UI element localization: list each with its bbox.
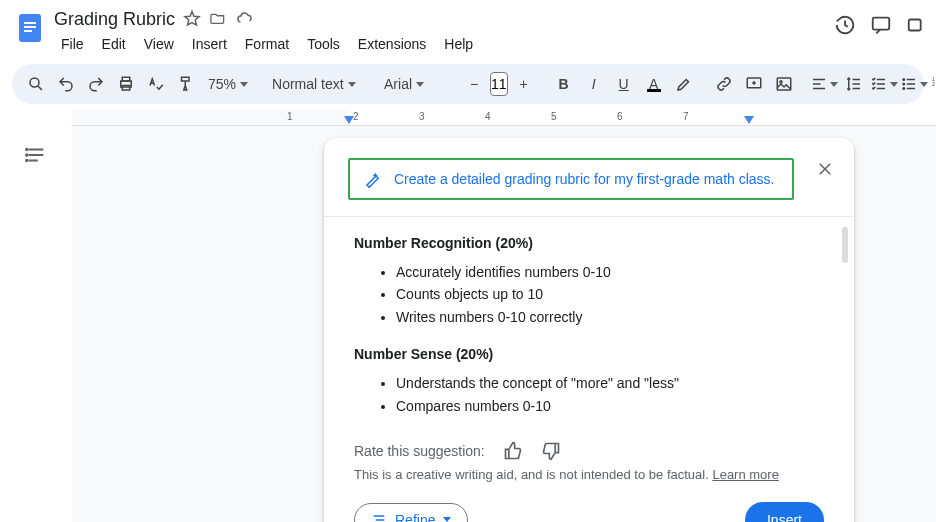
svg-rect-1 <box>24 22 36 24</box>
link-icon[interactable] <box>710 70 738 98</box>
menu-file[interactable]: File <box>54 32 91 56</box>
close-icon[interactable] <box>816 160 834 178</box>
document-canvas[interactable]: Create a detailed grading rubric for my … <box>72 126 936 522</box>
svg-point-6 <box>30 78 39 87</box>
svg-point-20 <box>26 160 28 162</box>
action-row: Refine Insert <box>324 498 854 522</box>
section-heading: Number Recognition (20%) <box>354 235 824 251</box>
align-icon[interactable] <box>810 70 838 98</box>
svg-rect-2 <box>24 26 36 28</box>
document-title[interactable]: Grading Rubric <box>54 9 175 30</box>
highlight-icon[interactable] <box>670 70 698 98</box>
cloud-status-icon[interactable] <box>235 10 255 28</box>
history-icon[interactable] <box>834 14 856 36</box>
bullet-list-icon[interactable] <box>900 70 928 98</box>
section-heading: Number Sense (20%) <box>354 346 824 362</box>
header-actions <box>834 14 928 36</box>
menu-view[interactable]: View <box>137 32 181 56</box>
svg-rect-3 <box>24 30 32 32</box>
font-size-input[interactable]: 11 <box>490 72 508 96</box>
svg-point-14 <box>903 83 905 85</box>
print-icon[interactable] <box>112 70 140 98</box>
svg-point-12 <box>779 81 781 83</box>
font-dropdown[interactable]: Arial <box>378 70 448 98</box>
svg-point-13 <box>903 79 905 81</box>
svg-rect-4 <box>873 18 890 30</box>
list-item: Accurately identifies numbers 0-10 <box>396 261 824 283</box>
text-color-icon[interactable]: A <box>640 70 668 98</box>
title-area: Grading Rubric File Edit View Insert For… <box>54 8 834 56</box>
checklist-icon[interactable] <box>870 70 898 98</box>
prompt-highlight-box: Create a detailed grading rubric for my … <box>348 158 794 200</box>
move-icon[interactable] <box>209 10 227 28</box>
ruler-area: 1 2 3 4 5 6 7 <box>0 110 936 126</box>
font-size-increase[interactable]: + <box>510 70 538 98</box>
svg-point-19 <box>26 154 28 156</box>
star-icon[interactable] <box>183 10 201 28</box>
svg-rect-8 <box>122 77 130 81</box>
spellcheck-icon[interactable] <box>142 70 170 98</box>
disclaimer-text: This is a creative writing aid, and is n… <box>324 467 854 498</box>
underline-icon[interactable]: U <box>610 70 638 98</box>
font-size-decrease[interactable]: − <box>460 70 488 98</box>
menu-extensions[interactable]: Extensions <box>351 32 433 56</box>
line-spacing-icon[interactable] <box>840 70 868 98</box>
svg-text:2: 2 <box>932 82 935 87</box>
ai-suggestion-panel: Create a detailed grading rubric for my … <box>324 138 854 522</box>
undo-icon[interactable] <box>52 70 80 98</box>
style-dropdown[interactable]: Normal text <box>266 70 366 98</box>
numbered-list-icon[interactable]: 12 <box>930 70 936 98</box>
list-item: Counts objects up to 10 <box>396 283 824 305</box>
thumbs-up-icon[interactable] <box>503 441 523 461</box>
learn-more-link[interactable]: Learn more <box>712 467 778 482</box>
toolbar: 75% Normal text Arial − 11 + B I U A 12 <box>12 64 924 104</box>
magic-write-icon <box>364 170 382 188</box>
list-item: Writes numbers 0-10 correctly <box>396 306 824 328</box>
menu-help[interactable]: Help <box>437 32 480 56</box>
docs-logo[interactable] <box>12 10 48 46</box>
insert-button[interactable]: Insert <box>745 502 824 522</box>
italic-icon[interactable]: I <box>580 70 608 98</box>
list-item: Compares numbers 0-10 <box>396 395 824 417</box>
paint-format-icon[interactable] <box>172 70 200 98</box>
search-icon[interactable] <box>22 70 50 98</box>
svg-point-18 <box>26 149 28 151</box>
ruler-right-marker[interactable] <box>744 116 754 124</box>
menu-tools[interactable]: Tools <box>300 32 347 56</box>
menu-edit[interactable]: Edit <box>95 32 133 56</box>
rating-label: Rate this suggestion: <box>354 443 485 459</box>
svg-rect-5 <box>909 20 921 31</box>
meet-icon[interactable] <box>906 14 928 36</box>
thumbs-down-icon[interactable] <box>541 441 561 461</box>
zoom-dropdown[interactable]: 75% <box>202 70 254 98</box>
left-sidebar <box>0 126 72 522</box>
menu-format[interactable]: Format <box>238 32 296 56</box>
add-comment-icon[interactable] <box>740 70 768 98</box>
redo-icon[interactable] <box>82 70 110 98</box>
menu-bar: File Edit View Insert Format Tools Exten… <box>54 32 834 56</box>
suggestion-content: Number Recognition (20%) Accurately iden… <box>324 217 854 421</box>
rating-row: Rate this suggestion: <box>324 421 854 467</box>
outline-icon[interactable] <box>25 144 47 522</box>
ruler-indent-marker[interactable] <box>344 116 354 124</box>
scrollbar-thumb[interactable] <box>842 227 848 263</box>
bold-icon[interactable]: B <box>550 70 578 98</box>
refine-button[interactable]: Refine <box>354 503 468 522</box>
content-area: Create a detailed grading rubric for my … <box>0 126 936 522</box>
app-header: Grading Rubric File Edit View Insert For… <box>0 0 936 56</box>
prompt-text[interactable]: Create a detailed grading rubric for my … <box>394 171 775 187</box>
insert-image-icon[interactable] <box>770 70 798 98</box>
comments-icon[interactable] <box>870 14 892 36</box>
list-item: Understands the concept of "more" and "l… <box>396 372 824 394</box>
horizontal-ruler[interactable]: 1 2 3 4 5 6 7 <box>72 110 936 126</box>
svg-point-15 <box>903 88 905 90</box>
menu-insert[interactable]: Insert <box>185 32 234 56</box>
